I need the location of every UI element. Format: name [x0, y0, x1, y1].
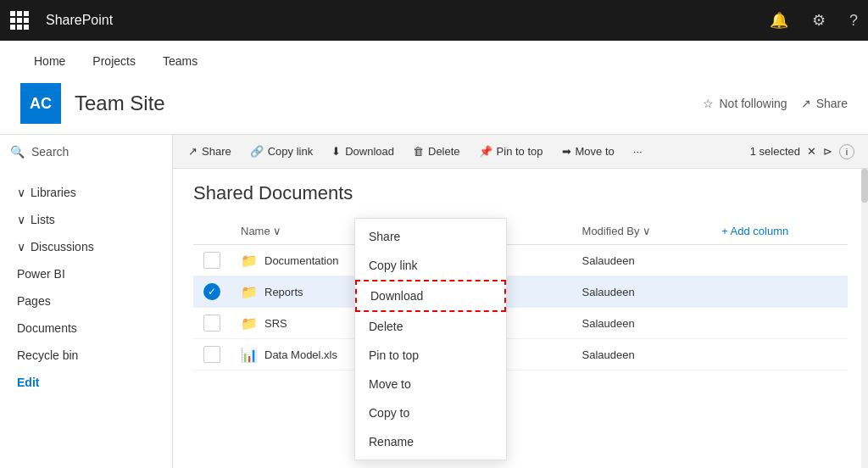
- download-button[interactable]: ⬇ Download: [323, 142, 403, 161]
- sidebar-item-documents[interactable]: Documents: [0, 315, 172, 342]
- app-title: SharePoint: [46, 13, 113, 28]
- context-menu: Share Copy link Download Delete Pin to t…: [354, 218, 507, 460]
- ctx-share[interactable]: Share: [355, 222, 506, 251]
- col-modified-by[interactable]: Modified By ∨: [572, 218, 712, 245]
- share-cmd-icon: ↗: [188, 145, 198, 158]
- modified-by: Salaudeen: [572, 308, 712, 339]
- command-bar: 🔍 Search ↗ Share 🔗 Copy link ⬇ Download …: [0, 135, 868, 169]
- download-icon: ⬇: [331, 145, 341, 158]
- ctx-pin-to-top[interactable]: Pin to top: [355, 341, 506, 370]
- ctx-delete[interactable]: Delete: [355, 312, 506, 341]
- link-icon: 🔗: [250, 145, 264, 158]
- scrollbar-thumb[interactable]: [861, 169, 868, 203]
- modified-by: Salaudeen: [572, 276, 712, 308]
- table-row[interactable]: ✓ 📁 Reports August 20, 2017 Salaudeen: [193, 276, 848, 308]
- share-icon: ↗: [801, 97, 811, 110]
- nav-bar: Home Projects Teams: [20, 41, 848, 76]
- close-selection-icon[interactable]: ✕: [807, 145, 816, 158]
- move-to-button[interactable]: ➡ Move to: [554, 142, 623, 161]
- filter-icon[interactable]: ⊳: [823, 145, 832, 158]
- sidebar-group-discussions[interactable]: ∨ Discussions: [0, 233, 172, 260]
- main-layout: ∨ Libraries ∨ Lists ∨ Discussions Power …: [0, 169, 868, 468]
- content-area: Shared Documents Name ∨ Modified ∨ Modif…: [173, 169, 868, 468]
- help-icon[interactable]: ?: [849, 12, 858, 30]
- folder-icon: 📁: [241, 253, 258, 269]
- row-checkbox[interactable]: [203, 315, 220, 332]
- sidebar-group-lists[interactable]: ∨ Lists: [0, 206, 172, 233]
- nav-item-home[interactable]: Home: [20, 47, 79, 76]
- search-area[interactable]: 🔍 Search: [0, 135, 173, 169]
- table-row[interactable]: 📁 Documentation August 20, 2017 Salaudee…: [193, 245, 848, 276]
- more-button[interactable]: ···: [625, 142, 651, 161]
- share-button[interactable]: ↗ Share: [180, 142, 240, 161]
- sidebar-item-recycle-bin[interactable]: Recycle bin: [0, 342, 172, 369]
- delete-icon: 🗑: [413, 145, 424, 158]
- excel-icon: 📊: [241, 347, 258, 363]
- nav-item-projects[interactable]: Projects: [79, 47, 149, 76]
- waffle-icon[interactable]: [10, 11, 29, 30]
- move-icon: ➡: [562, 145, 571, 158]
- sidebar-item-edit[interactable]: Edit: [0, 369, 172, 396]
- top-bar: SharePoint 🔔 ⚙ ?: [0, 0, 868, 41]
- table-row[interactable]: 📊 Data Model.xls August 20, 2017 Salaude…: [193, 339, 848, 370]
- sidebar-item-powerbi[interactable]: Power BI: [0, 260, 172, 287]
- scrollbar[interactable]: [861, 169, 868, 468]
- site-header: Home Projects Teams AC Team Site ☆ Not f…: [0, 41, 868, 135]
- selected-badge: 1 selected ✕ ⊳ i: [750, 144, 854, 159]
- ctx-copy-link[interactable]: Copy link: [355, 251, 506, 280]
- ctx-rename[interactable]: Rename: [355, 427, 506, 456]
- document-table: Name ∨ Modified ∨ Modified By ∨ + Add co…: [193, 218, 848, 370]
- chevron-down-icon: ∨: [17, 213, 25, 226]
- delete-button[interactable]: 🗑 Delete: [404, 142, 469, 161]
- page-title: Shared Documents: [193, 182, 848, 204]
- star-icon: ☆: [703, 97, 714, 110]
- chevron-down-icon: ∨: [17, 186, 25, 199]
- table-row[interactable]: 📁 SRS August 20, 2017 Salaudeen: [193, 308, 848, 339]
- search-label: Search: [31, 145, 69, 159]
- col-checkbox: [193, 218, 231, 245]
- site-logo: AC: [20, 83, 61, 124]
- folder-icon: 📁: [241, 284, 258, 300]
- bell-icon[interactable]: 🔔: [770, 11, 788, 30]
- site-identity: AC Team Site ☆ Not following ↗ Share: [20, 76, 848, 134]
- header-actions: ☆ Not following ↗ Share: [703, 97, 848, 110]
- row-checkbox[interactable]: [203, 252, 220, 269]
- pin-icon: 📌: [479, 145, 492, 158]
- row-checkbox[interactable]: [203, 346, 220, 363]
- settings-icon[interactable]: ⚙: [812, 11, 826, 30]
- info-icon[interactable]: i: [839, 144, 854, 159]
- site-title: Team Site: [75, 92, 165, 115]
- pin-to-top-button[interactable]: 📌 Pin to top: [470, 142, 552, 161]
- nav-item-teams[interactable]: Teams: [149, 47, 211, 76]
- chevron-down-icon: ∨: [17, 240, 25, 254]
- sidebar-group-libraries[interactable]: ∨ Libraries: [0, 179, 172, 206]
- not-following-button[interactable]: ☆ Not following: [703, 97, 787, 110]
- ctx-download[interactable]: Download: [355, 280, 506, 312]
- sidebar-item-pages[interactable]: Pages: [0, 287, 172, 315]
- sidebar: ∨ Libraries ∨ Lists ∨ Discussions Power …: [0, 169, 173, 468]
- modified-by: Salaudeen: [572, 245, 712, 276]
- copy-link-button[interactable]: 🔗 Copy link: [242, 142, 321, 161]
- search-icon: 🔍: [10, 145, 25, 159]
- ctx-move-to[interactable]: Move to: [355, 370, 506, 398]
- row-checkbox-selected[interactable]: ✓: [203, 283, 220, 300]
- site-share-button[interactable]: ↗ Share: [801, 97, 848, 110]
- ctx-copy-to[interactable]: Copy to: [355, 398, 506, 427]
- col-add[interactable]: + Add column: [711, 218, 848, 245]
- modified-by: Salaudeen: [572, 339, 712, 370]
- folder-icon: 📁: [241, 315, 258, 332]
- command-actions: ↗ Share 🔗 Copy link ⬇ Download 🗑 Delete …: [173, 142, 861, 161]
